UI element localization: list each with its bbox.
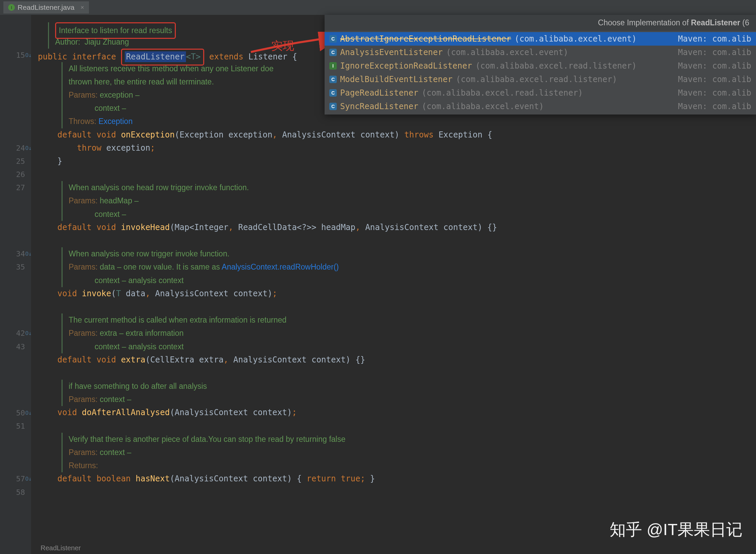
item-package: (com.alibaba.excel.read.listener) bbox=[422, 88, 583, 98]
gutter-line bbox=[0, 313, 31, 327]
gutter-line bbox=[0, 194, 31, 207]
code-line-57[interactable]: void doAfterAllAnalysed(AnalysisContext … bbox=[31, 406, 756, 419]
code-line-34[interactable]: default void invokeHead(Map<Integer, Rea… bbox=[31, 221, 756, 234]
popup-title: Choose Implementation of ReadListener (6 bbox=[325, 15, 756, 31]
gutter-line: 58 bbox=[0, 486, 31, 499]
code-line-24[interactable]: default void onException(Exception excep… bbox=[31, 128, 756, 142]
breadcrumb[interactable]: ReadListener bbox=[41, 544, 81, 552]
gutter-line bbox=[0, 221, 31, 234]
gutter-line: 50O↓ bbox=[0, 406, 31, 419]
gutter-line bbox=[0, 433, 31, 446]
gutter-line bbox=[0, 234, 31, 247]
gutter-line: 57O↓ bbox=[0, 472, 31, 485]
gutter-line bbox=[0, 499, 31, 512]
gutter-line bbox=[0, 353, 31, 367]
interface-icon: I bbox=[329, 62, 337, 70]
code-line-27[interactable] bbox=[31, 168, 756, 181]
item-package: (com.alibaba.excel.event) bbox=[515, 34, 637, 44]
gutter-line bbox=[0, 525, 31, 538]
item-maven: Maven: com.alib bbox=[678, 34, 751, 44]
item-package: (com.alibaba.excel.read.listener) bbox=[456, 75, 617, 84]
gutter-line bbox=[0, 35, 31, 49]
gutter-line bbox=[0, 459, 31, 472]
gutter-line bbox=[0, 393, 31, 406]
gutter-line: 25 bbox=[0, 155, 31, 168]
item-name: PageReadListener bbox=[340, 88, 418, 98]
code-line-43[interactable] bbox=[31, 300, 756, 313]
gutter-line bbox=[0, 115, 31, 128]
gutter-line bbox=[0, 300, 31, 313]
gutter-line bbox=[0, 208, 31, 221]
item-package: (com.alibaba.excel.event) bbox=[422, 102, 544, 111]
gutter-line: 65O↓ bbox=[0, 552, 31, 554]
popup-item[interactable]: CSyncReadListener (com.alibaba.excel.eve… bbox=[325, 100, 756, 113]
popup-item[interactable]: CAnalysisEventListener (com.alibaba.exce… bbox=[325, 46, 756, 59]
watermark: 知乎 @IT果果日记 bbox=[610, 519, 742, 540]
item-name: SyncReadListener bbox=[340, 102, 418, 111]
file-tab[interactable]: I ReadListener.java × bbox=[3, 1, 89, 14]
code-line-35[interactable] bbox=[31, 234, 756, 247]
gutter-line bbox=[0, 62, 31, 75]
gutter-line: 27 bbox=[0, 181, 31, 194]
gutter-line bbox=[0, 128, 31, 142]
code-line-50[interactable]: default void extra(CellExtra extra, Anal… bbox=[31, 353, 756, 367]
code-line-25[interactable]: throw exception; bbox=[31, 142, 756, 155]
gutter-line bbox=[0, 22, 31, 35]
gutter-line: 26 bbox=[0, 168, 31, 181]
popup-item[interactable]: CAbstractIgnoreExceptionReadListener (co… bbox=[325, 32, 756, 46]
gutter-line bbox=[0, 287, 31, 300]
item-maven: Maven: com.alib bbox=[678, 102, 751, 111]
gutter-line bbox=[0, 274, 31, 287]
popup-list: CAbstractIgnoreExceptionReadListener (co… bbox=[325, 31, 756, 115]
item-name: IgnoreExceptionReadListener bbox=[340, 61, 472, 71]
gutter-line bbox=[0, 89, 31, 102]
gutter-line: 43 bbox=[0, 340, 31, 353]
gutter-line: 35 bbox=[0, 260, 31, 274]
gutter-line bbox=[0, 367, 31, 380]
popup-item[interactable]: CPageReadListener (com.alibaba.excel.rea… bbox=[325, 86, 756, 100]
gutter-line: 34O↓ bbox=[0, 247, 31, 260]
gutter-line bbox=[0, 538, 31, 552]
item-name: ModelBuildEventListener bbox=[340, 75, 452, 84]
popup-item[interactable]: CModelBuildEventListener (com.alibaba.ex… bbox=[325, 73, 756, 86]
item-maven: Maven: com.alib bbox=[678, 48, 751, 57]
class-icon: C bbox=[329, 89, 337, 97]
class-icon: C bbox=[329, 76, 337, 83]
gutter-line bbox=[0, 512, 31, 525]
item-package: (com.alibaba.excel.event) bbox=[446, 48, 568, 57]
gutter-line bbox=[0, 102, 31, 115]
close-icon[interactable]: × bbox=[80, 4, 84, 11]
tab-bar: I ReadListener.java × bbox=[0, 0, 756, 15]
tab-filename: ReadListener.java bbox=[18, 3, 74, 11]
gutter-line bbox=[0, 75, 31, 89]
item-maven: Maven: com.alib bbox=[678, 75, 751, 84]
code-line-42[interactable]: void invoke(T data, AnalysisContext cont… bbox=[31, 287, 756, 300]
class-icon: C bbox=[329, 103, 337, 110]
class-icon: C bbox=[329, 35, 337, 43]
item-package: (com.alibaba.excel.read.listener) bbox=[475, 61, 637, 71]
gutter-line: 15O↓ bbox=[0, 49, 31, 62]
gutter-line: 24O↓ bbox=[0, 142, 31, 155]
code-line-51[interactable] bbox=[31, 367, 756, 380]
item-maven: Maven: com.alib bbox=[678, 61, 751, 71]
item-maven: Maven: com.alib bbox=[678, 88, 751, 98]
interface-icon: I bbox=[8, 4, 15, 11]
gutter-line bbox=[0, 446, 31, 459]
popup-item[interactable]: IIgnoreExceptionReadListener (com.alibab… bbox=[325, 59, 756, 73]
item-name: AnalysisEventListener bbox=[340, 48, 443, 57]
implementation-popup: Choose Implementation of ReadListener (6… bbox=[325, 15, 756, 115]
gutter: 15O↓24O↓25262734O↓3542O↓4350O↓5157O↓5865… bbox=[0, 15, 31, 554]
annotation-label: 实现 bbox=[271, 39, 294, 52]
gutter-line: 42O↓ bbox=[0, 327, 31, 340]
gutter-line: 51 bbox=[0, 420, 31, 433]
item-name: AbstractIgnoreExceptionReadListener bbox=[340, 34, 511, 44]
code-line-58[interactable] bbox=[31, 420, 756, 433]
code-line-26[interactable]: } bbox=[31, 155, 756, 168]
gutter-line bbox=[0, 380, 31, 393]
class-icon: C bbox=[329, 49, 337, 56]
code-line-65[interactable]: default boolean hasNext(AnalysisContext … bbox=[31, 472, 756, 485]
